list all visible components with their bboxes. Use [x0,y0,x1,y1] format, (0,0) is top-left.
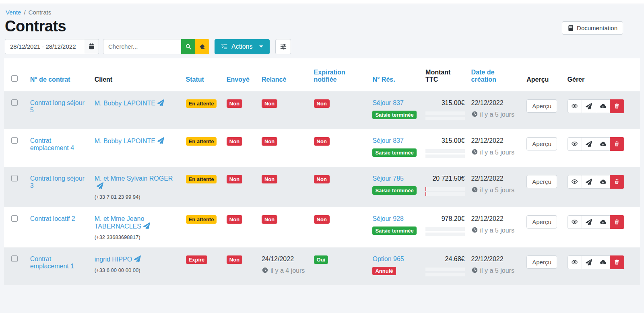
download-button[interactable] [596,99,610,113]
contract-link[interactable]: Contrat emplacement 1 [30,255,74,270]
calendar-button[interactable] [84,39,99,54]
row-checkbox[interactable] [11,215,18,222]
view-button[interactable] [568,255,582,269]
table-row: Contrat locatif 2 M. et Mme Jeano TABERN… [4,207,640,247]
reservation-link[interactable]: Séjour 837 [372,137,403,144]
status-badge: Expiré [186,255,208,264]
contract-link[interactable]: Contrat long séjour 3 [30,175,85,189]
client-link[interactable]: ingrid HIPPO [95,256,141,263]
header-contract[interactable]: N° de contrat [27,58,91,91]
creation-ago: il y a 5 jours [480,266,514,276]
send-icon [157,137,164,146]
header-montant: Montant TTC [422,58,468,91]
breadcrumb-separator: / [24,9,25,16]
reservation-badge: Saisie terminée [372,186,416,195]
contract-link[interactable]: Contrat long séjour 5 [30,99,85,113]
amount-bars [425,227,464,236]
row-checkbox[interactable] [11,99,18,106]
actions-label: Actions [231,43,252,50]
header-envoye[interactable]: Envoyé [223,58,258,91]
breadcrumb-current: Contrats [29,9,52,16]
delete-button[interactable] [610,255,624,269]
clear-search-button[interactable] [195,39,209,54]
calendar-icon [88,43,95,50]
search-button[interactable] [181,39,195,54]
row-checkbox[interactable] [11,255,18,262]
amount-bars [425,268,464,276]
row-checkbox[interactable] [11,175,18,181]
delete-button[interactable] [610,175,624,189]
progress-bar [425,149,464,153]
clock-icon [471,148,478,155]
download-button[interactable] [596,175,610,189]
client-link[interactable]: M. Bobby LAPOINTE [95,100,164,107]
header-relance[interactable]: Relancé [258,58,311,91]
preview-button[interactable]: Aperçu [526,99,557,113]
date-range-group [5,39,99,54]
client-link[interactable]: M. et Mme Sylvain ROGER [95,175,173,189]
table-row: Contrat long séjour 5 M. Bobby LAPOINTE … [4,91,640,129]
search-input[interactable] [103,39,181,54]
delete-button[interactable] [610,137,624,151]
table-body: Contrat long séjour 5 M. Bobby LAPOINTE … [4,91,640,285]
progress-bar [425,233,464,236]
breadcrumb-vente-link[interactable]: Vente [6,9,21,16]
reservation-link[interactable]: Option 965 [372,255,404,262]
view-button[interactable] [568,215,582,229]
amount-bars [425,149,464,158]
actions-button[interactable]: Actions [215,39,270,54]
download-button[interactable] [596,215,610,229]
relance-cell: Non [258,207,311,247]
progress-bar [425,111,464,115]
delete-button[interactable] [610,99,624,113]
header-statut[interactable]: Statut [183,58,223,91]
row-checkbox[interactable] [11,137,18,144]
select-all-checkbox[interactable] [11,75,18,82]
expiration-badge: Non [314,99,330,108]
send-contract-button[interactable] [582,137,596,151]
cloud-download-icon [599,259,607,266]
header-reservation[interactable]: N° Rés. [369,58,422,91]
reservation-link[interactable]: Séjour 785 [372,175,403,182]
delete-button[interactable] [610,215,624,229]
preview-button[interactable]: Aperçu [526,137,557,150]
trash-icon [614,219,620,225]
creation-date: 22/12/2022 [471,99,520,107]
view-button[interactable] [568,175,582,189]
send-contract-button[interactable] [582,175,596,189]
preview-button[interactable]: Aperçu [526,215,557,229]
documentation-button[interactable]: Documentation [562,21,623,35]
preview-button[interactable]: Aperçu [526,255,557,269]
contract-link[interactable]: Contrat locatif 2 [30,215,75,222]
download-button[interactable] [596,137,610,151]
reservation-badge: Saisie terminée [372,227,416,235]
header-creation[interactable]: Date de création [468,58,524,91]
contract-link[interactable]: Contrat emplacement 4 [30,137,74,151]
send-icon [143,222,150,231]
progress-bar [425,192,464,196]
reservation-badge: Saisie terminée [372,148,416,157]
date-range-input[interactable] [5,39,84,54]
client-link[interactable]: M. et Mme Jeano TABERNACLES [95,215,150,230]
preview-button[interactable]: Aperçu [526,175,557,188]
manage-button-group [568,175,624,189]
column-filter-button[interactable] [275,39,291,54]
creation-ago: il y a 5 jours [480,185,514,195]
view-button[interactable] [568,137,582,151]
client-name: M. Bobby LAPOINTE [95,100,155,107]
client-link[interactable]: M. Bobby LAPOINTE [95,138,164,144]
breadcrumb: Vente/Contrats [4,4,640,16]
download-button[interactable] [596,255,610,269]
clock-icon [471,186,478,193]
view-button[interactable] [568,99,582,113]
header-expiration[interactable]: Expiration notifiée [311,58,369,91]
client-name: M. et Mme Jeano TABERNACLES [95,215,144,230]
send-contract-button[interactable] [582,255,596,269]
documentation-label: Documentation [577,25,617,31]
reservation-link[interactable]: Séjour 928 [372,215,403,222]
paper-plane-icon [586,141,592,147]
send-contract-button[interactable] [582,215,596,229]
reservation-link[interactable]: Séjour 837 [372,99,403,106]
relance-ago: il y a 4 jours [270,266,305,276]
send-contract-button[interactable] [582,99,596,113]
